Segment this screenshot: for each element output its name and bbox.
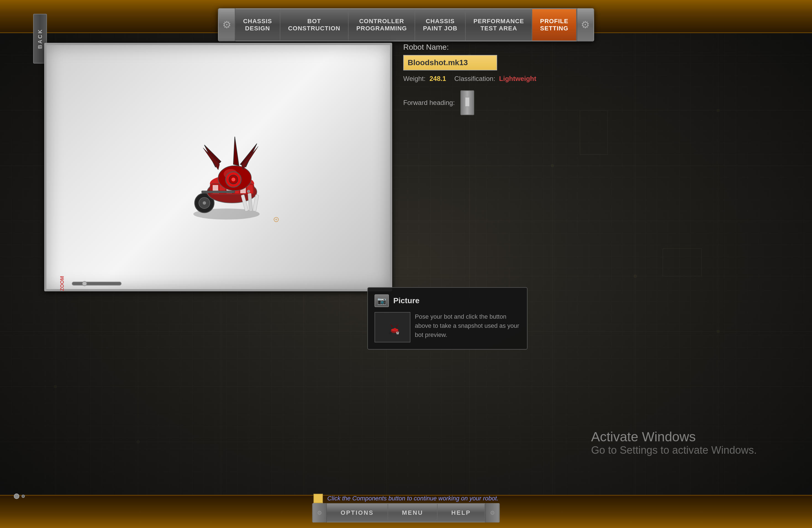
bottom-nav-left-icon: ⚙ bbox=[317, 510, 322, 516]
zoom-label: ZOOM bbox=[59, 276, 65, 291]
back-button-label: BACK bbox=[37, 28, 43, 49]
robot-name-label: Robot Name: bbox=[403, 43, 624, 52]
svg-marker-52 bbox=[233, 137, 239, 166]
status-icon bbox=[314, 494, 323, 503]
robot-display-area bbox=[46, 45, 390, 289]
robot-name-section: Robot Name: bbox=[403, 43, 624, 70]
camera-icon: 📷 bbox=[377, 297, 386, 305]
camera-button[interactable]: 📷 bbox=[375, 294, 389, 307]
main-nav: ⚙ CHASSISDESIGN BOTCONSTRUCTION CONTROLL… bbox=[218, 8, 594, 41]
tab-chassis-design[interactable]: CHASSISDESIGN bbox=[235, 9, 280, 41]
heading-slider-thumb bbox=[465, 97, 470, 107]
svg-point-70 bbox=[389, 332, 392, 334]
forward-heading-label: Forward heading: bbox=[403, 99, 455, 107]
tab-profile-setting-label: PROFILESETTING bbox=[540, 18, 568, 32]
picture-content: Pose your bot and click the button above… bbox=[375, 312, 520, 342]
tab-chassis-design-label: CHASSISDESIGN bbox=[243, 18, 272, 32]
svg-marker-69 bbox=[396, 323, 399, 327]
tab-controller-programming-label: CONTROLLERPROGRAMMING bbox=[356, 18, 407, 32]
robot-3d-model bbox=[149, 98, 287, 236]
stats-row: Weight: 248.1 Classification: Lightweigh… bbox=[403, 75, 624, 83]
picture-description: Pose your bot and click the button above… bbox=[415, 312, 520, 339]
tab-bot-construction[interactable]: BOTCONSTRUCTION bbox=[280, 9, 349, 41]
classification-value: Lightweight bbox=[499, 75, 536, 83]
robot-name-input[interactable] bbox=[403, 55, 497, 70]
activate-windows-title: Activate Windows bbox=[591, 429, 757, 444]
weight-label: Weight: bbox=[403, 75, 425, 83]
svg-point-60 bbox=[247, 190, 250, 193]
robot-viewport[interactable]: ZOOM bbox=[44, 43, 392, 291]
mini-robot-preview bbox=[381, 316, 404, 338]
left-gear-icon: ⚙ bbox=[222, 19, 231, 31]
activate-windows-watermark: Activate Windows Go to Settings to activ… bbox=[591, 429, 757, 456]
bottom-nav: ⚙ OPTIONS MENU HELP ⚙ bbox=[312, 503, 499, 523]
svg-point-32 bbox=[716, 330, 720, 333]
right-gear-icon: ⚙ bbox=[581, 19, 590, 31]
svg-marker-51 bbox=[242, 146, 258, 170]
weight-value: 248.1 bbox=[430, 75, 446, 83]
deco-circle-2 bbox=[21, 495, 25, 498]
svg-point-67 bbox=[394, 328, 396, 331]
tab-performance-test-area[interactable]: PERFORMANCETEST AREA bbox=[466, 9, 532, 41]
picture-title: Picture bbox=[393, 296, 420, 305]
tab-profile-setting[interactable]: PROFILESETTING bbox=[533, 9, 577, 41]
zoom-slider[interactable] bbox=[72, 282, 121, 285]
bottom-nav-options[interactable]: OPTIONS bbox=[327, 504, 388, 522]
bottom-nav-help-label: HELP bbox=[451, 509, 471, 516]
tab-controller-programming[interactable]: CONTROLLERPROGRAMMING bbox=[349, 9, 415, 41]
svg-point-28 bbox=[634, 275, 637, 278]
svg-point-36 bbox=[203, 201, 206, 205]
bottom-nav-right-deco: ⚙ bbox=[485, 503, 499, 523]
svg-point-30 bbox=[136, 440, 140, 443]
bottom-nav-left-deco: ⚙ bbox=[313, 503, 327, 523]
deco-circle-1 bbox=[14, 494, 19, 499]
profile-settings-panel: Robot Name: Weight: 248.1 Classification… bbox=[403, 43, 624, 115]
nav-corner-right: ⚙ bbox=[577, 8, 593, 41]
svg-rect-21 bbox=[663, 249, 701, 276]
tab-performance-test-area-label: PERFORMANCETEST AREA bbox=[474, 18, 524, 32]
tab-bot-construction-label: BOTCONSTRUCTION bbox=[288, 18, 340, 32]
svg-marker-68 bbox=[390, 324, 393, 327]
bottom-left-deco bbox=[14, 494, 25, 499]
nav-corner-left: ⚙ bbox=[219, 8, 235, 41]
picture-preview bbox=[375, 312, 410, 342]
status-message: Click the Components button to continue … bbox=[327, 495, 498, 502]
tab-chassis-paint-job-label: CHASSISPAINT JOB bbox=[423, 18, 458, 32]
activate-windows-subtitle: Go to Settings to activate Windows. bbox=[591, 444, 757, 456]
tab-chassis-paint-job[interactable]: CHASSISPAINT JOB bbox=[415, 9, 466, 41]
svg-rect-61 bbox=[202, 191, 235, 193]
svg-marker-50 bbox=[240, 144, 257, 167]
picture-header: 📷 Picture bbox=[375, 294, 520, 307]
zoom-thumb bbox=[82, 281, 87, 286]
status-bar: Click the Components button to continue … bbox=[314, 494, 498, 503]
bottom-nav-menu[interactable]: MENU bbox=[388, 504, 437, 522]
bottom-nav-right-icon: ⚙ bbox=[490, 510, 495, 516]
svg-point-29 bbox=[54, 385, 57, 388]
picture-panel: 📷 Picture Pose your bot and click the bu… bbox=[367, 287, 527, 350]
bottom-nav-help[interactable]: HELP bbox=[437, 504, 485, 522]
bottom-nav-menu-label: MENU bbox=[402, 509, 423, 516]
svg-point-55 bbox=[231, 178, 235, 181]
svg-point-31 bbox=[716, 109, 720, 112]
svg-point-27 bbox=[551, 164, 554, 167]
svg-rect-20 bbox=[580, 111, 608, 155]
classification-label: Classification: bbox=[454, 75, 495, 83]
zoom-control: ZOOM bbox=[55, 281, 121, 287]
forward-heading-row: Forward heading: bbox=[403, 90, 624, 115]
bottom-nav-options-label: OPTIONS bbox=[340, 509, 374, 516]
forward-heading-slider[interactable] bbox=[460, 90, 474, 115]
